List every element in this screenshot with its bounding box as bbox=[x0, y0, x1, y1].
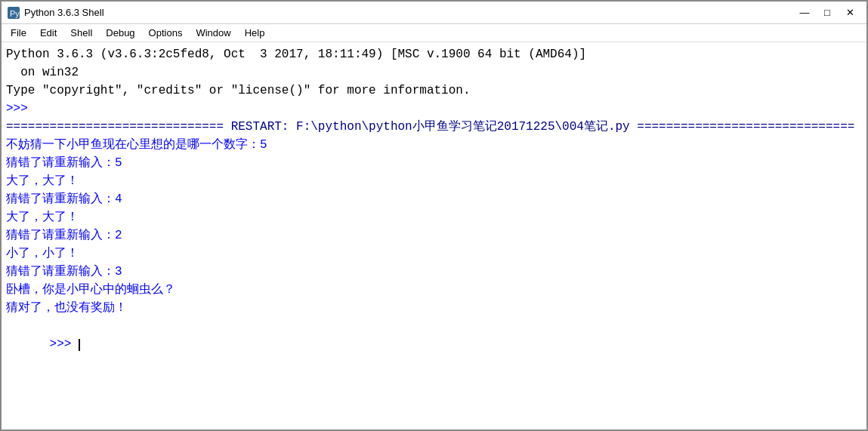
header-line1: Python 3.6.3 (v3.6.3:2c5fed8, Oct 3 2017… bbox=[6, 45, 862, 63]
output-line-7: 猜错了请重新输入：3 bbox=[6, 263, 862, 281]
output-line-2: 大了，大了！ bbox=[6, 172, 862, 190]
output-line-6: 小了，小了！ bbox=[6, 245, 862, 263]
svg-text:Py: Py bbox=[10, 9, 20, 18]
python-shell-window: Py Python 3.6.3 Shell — □ ✕ File Edit Sh… bbox=[0, 0, 868, 431]
output-line-9: 猜对了，也没有奖励！ bbox=[6, 299, 862, 317]
menu-bar: File Edit Shell Debug Options Window Hel… bbox=[2, 24, 866, 42]
output-line-3: 猜错了请重新输入：4 bbox=[6, 190, 862, 208]
header-line3: Type "copyright", "credits" or "license(… bbox=[6, 82, 862, 100]
minimize-button[interactable]: — bbox=[794, 5, 815, 21]
menu-window[interactable]: Window bbox=[190, 26, 236, 40]
python-icon: Py bbox=[8, 7, 20, 19]
prompt-initial: >>> bbox=[6, 100, 862, 118]
final-prompt: >>> bbox=[50, 337, 79, 351]
menu-options[interactable]: Options bbox=[143, 26, 189, 40]
output-line-5: 猜错了请重新输入：2 bbox=[6, 226, 862, 245]
cursor bbox=[79, 339, 80, 351]
menu-shell[interactable]: Shell bbox=[64, 26, 98, 40]
shell-area[interactable]: Python 3.6.3 (v3.6.3:2c5fed8, Oct 3 2017… bbox=[2, 42, 866, 429]
window-title: Python 3.6.3 Shell bbox=[24, 7, 104, 18]
menu-help[interactable]: Help bbox=[239, 26, 271, 40]
output-line-4: 大了，大了！ bbox=[6, 208, 862, 226]
final-prompt-line: >>> bbox=[6, 317, 862, 371]
close-button[interactable]: ✕ bbox=[839, 5, 860, 21]
menu-edit[interactable]: Edit bbox=[34, 26, 63, 40]
output-line-8: 卧槽，你是小甲心中的蛔虫么？ bbox=[6, 281, 862, 299]
menu-file[interactable]: File bbox=[5, 26, 32, 40]
maximize-button[interactable]: □ bbox=[817, 5, 838, 21]
restart-line: ============================== RESTART: … bbox=[6, 118, 862, 136]
output-line-1: 猜错了请重新输入：5 bbox=[6, 154, 862, 172]
title-bar-left: Py Python 3.6.3 Shell bbox=[8, 7, 104, 19]
header-line2: on win32 bbox=[6, 63, 862, 82]
title-controls: — □ ✕ bbox=[794, 5, 860, 21]
output-line-0: 不妨猜一下小甲鱼现在心里想的是哪一个数字：5 bbox=[6, 136, 862, 154]
title-bar: Py Python 3.6.3 Shell — □ ✕ bbox=[2, 2, 866, 24]
menu-debug[interactable]: Debug bbox=[100, 26, 141, 40]
